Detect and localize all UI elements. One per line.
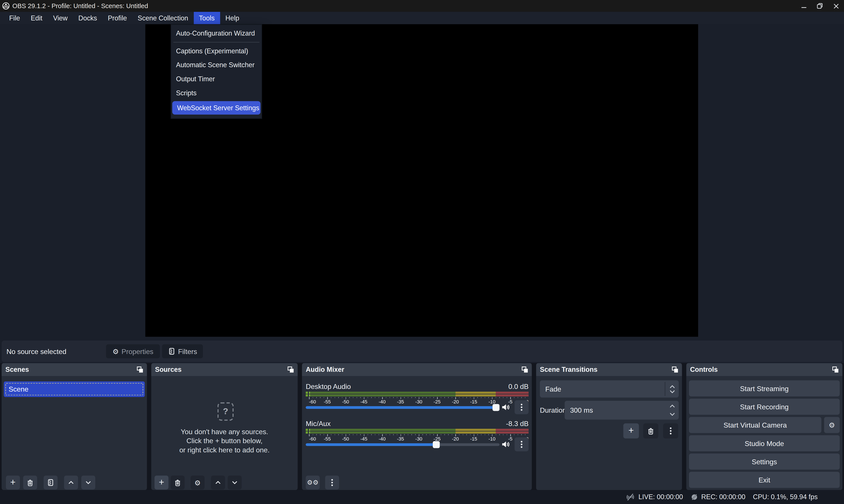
menu-profile[interactable]: Profile: [102, 12, 132, 24]
spin-arrows[interactable]: [670, 401, 675, 420]
source-status-label: No source selected: [6, 347, 66, 355]
popout-icon[interactable]: [832, 366, 839, 373]
add-source-button[interactable]: +: [155, 475, 169, 489]
menu-docks[interactable]: Docks: [73, 12, 102, 24]
start-recording-button[interactable]: Start Recording: [689, 399, 840, 415]
settings-button[interactable]: Settings: [689, 453, 840, 469]
properties-button[interactable]: ⚙ Properties: [106, 344, 160, 358]
tools-menu: Auto-Configuration Wizard Captions (Expe…: [171, 24, 262, 119]
scene-down-button[interactable]: [81, 475, 95, 489]
filters-button[interactable]: Filters: [162, 344, 203, 358]
sources-header[interactable]: Sources: [151, 363, 298, 376]
mixer-menu-button[interactable]: [325, 475, 339, 489]
chevron-up-icon: [670, 385, 675, 388]
meter-ticks: [309, 397, 528, 399]
menu-help[interactable]: Help: [220, 12, 245, 24]
volume-slider[interactable]: [306, 406, 499, 409]
combo-arrows[interactable]: [670, 380, 675, 397]
start-virtual-camera-button[interactable]: Start Virtual Camera: [689, 417, 822, 433]
speaker-icon[interactable]: [501, 440, 510, 448]
gear-icon: ⚙: [829, 421, 835, 429]
menu-item-automatic-scene-switcher[interactable]: Automatic Scene Switcher: [171, 58, 262, 72]
menu-edit[interactable]: Edit: [25, 12, 48, 24]
virtual-camera-settings-button[interactable]: ⚙: [824, 417, 840, 433]
question-mark-icon: ?: [217, 402, 233, 420]
popout-icon[interactable]: [137, 366, 143, 373]
source-context-toolbar: No source selected ⚙ Properties Filters: [2, 341, 842, 362]
scene-filters-button[interactable]: [43, 475, 57, 489]
filter-icon: [168, 347, 175, 355]
transition-menu-button[interactable]: [663, 424, 678, 438]
empty-sources-line: Click the + button below,: [151, 437, 298, 445]
volume-meter: [309, 392, 528, 394]
menu-item-auto-configuration-wizard[interactable]: Auto-Configuration Wizard: [171, 26, 262, 40]
scene-up-button[interactable]: [64, 475, 78, 489]
combo-divider: [665, 382, 665, 396]
close-button[interactable]: [828, 0, 844, 12]
speaker-icon[interactable]: [501, 403, 510, 411]
source-properties-button[interactable]: ⚙: [191, 475, 205, 489]
duration-value: 300 ms: [570, 406, 593, 414]
scene-transitions-title: Scene Transitions: [540, 366, 597, 373]
controls-header[interactable]: Controls: [686, 363, 842, 376]
audio-mixer-panel: Audio Mixer Desktop Audio 0.0 dB -60 -55…: [302, 363, 532, 490]
channel-level: 0.0 dB: [508, 382, 528, 391]
controls-panel: Controls Start Streaming Start Recording…: [686, 363, 842, 490]
source-down-button[interactable]: [228, 475, 242, 489]
obs-logo-icon: [2, 2, 10, 10]
slider-handle[interactable]: [492, 404, 499, 411]
volume-slider[interactable]: [306, 443, 499, 446]
advanced-audio-button[interactable]: ⚙⚙: [306, 475, 320, 489]
obs-window: OBS 29.1.2 - Profile: Untitled - Scenes:…: [0, 0, 844, 504]
menu-tools[interactable]: Tools: [194, 12, 220, 24]
remove-transition-button[interactable]: [643, 424, 658, 438]
slider-handle[interactable]: [433, 441, 440, 448]
menu-file[interactable]: File: [4, 12, 25, 24]
channel-menu-button[interactable]: [515, 437, 529, 451]
mixer-channel-mic-aux: Mic/Aux -8.3 dB -60 -55 -50 -45 -40 -35 …: [306, 420, 528, 454]
add-scene-button[interactable]: +: [6, 475, 20, 489]
audio-mixer-header[interactable]: Audio Mixer: [302, 363, 532, 376]
live-time: LIVE: 00:00:00: [638, 493, 683, 501]
audio-mixer-title: Audio Mixer: [306, 366, 344, 373]
channel-level: -8.3 dB: [506, 420, 529, 428]
transition-value: Fade: [545, 385, 561, 393]
menu-view[interactable]: View: [48, 12, 73, 24]
popout-icon[interactable]: [287, 366, 294, 373]
popout-icon[interactable]: [522, 366, 528, 373]
add-transition-button[interactable]: +: [623, 424, 639, 438]
menu-item-captions[interactable]: Captions (Experimental): [171, 44, 262, 58]
studio-mode-button[interactable]: Studio Mode: [689, 435, 840, 451]
source-up-button[interactable]: [211, 475, 225, 489]
exit-button[interactable]: Exit: [689, 472, 840, 488]
dock-area: Scenes Scene + Sources ? You don't have …: [0, 363, 844, 490]
channel-name: Mic/Aux: [306, 420, 331, 428]
duration-spinbox[interactable]: 300 ms: [565, 401, 679, 420]
menu-item-output-timer[interactable]: Output Timer: [171, 72, 262, 86]
minimize-button[interactable]: [796, 0, 812, 12]
scenes-header[interactable]: Scenes: [2, 363, 147, 376]
menu-scene-collection[interactable]: Scene Collection: [132, 12, 194, 24]
restore-button[interactable]: [812, 0, 828, 12]
scene-transitions-panel: Scene Transitions Fade Duration 300 ms: [536, 363, 682, 490]
menu-item-websocket-server-settings[interactable]: WebSocket Server Settings: [172, 101, 261, 115]
live-status: LIVE: 00:00:00: [626, 493, 683, 501]
scene-transitions-header[interactable]: Scene Transitions: [536, 363, 682, 376]
menu-item-scripts[interactable]: Scripts: [171, 86, 262, 100]
meter-scale: -60 -55 -50 -45 -40 -35 -30 -25 -20 -15 …: [309, 436, 528, 442]
scene-list-item[interactable]: Scene: [4, 381, 145, 397]
channel-menu-button[interactable]: [515, 400, 529, 414]
title-bar[interactable]: OBS 29.1.2 - Profile: Untitled - Scenes:…: [0, 0, 844, 12]
transition-select[interactable]: Fade: [540, 380, 679, 397]
spin-up-icon: [670, 404, 675, 408]
rec-status: REC: 00:00:00: [690, 493, 745, 501]
remove-source-button[interactable]: [171, 475, 185, 489]
slider-fill: [306, 406, 499, 409]
gear-icon: ⚙: [112, 348, 119, 355]
popout-icon[interactable]: [672, 366, 678, 373]
start-streaming-button[interactable]: Start Streaming: [689, 380, 840, 396]
scenes-title: Scenes: [5, 366, 29, 373]
remove-scene-button[interactable]: [23, 475, 37, 489]
meter-indicator: [306, 392, 308, 394]
sources-panel: Sources ? You don't have any sources. Cl…: [151, 363, 298, 490]
